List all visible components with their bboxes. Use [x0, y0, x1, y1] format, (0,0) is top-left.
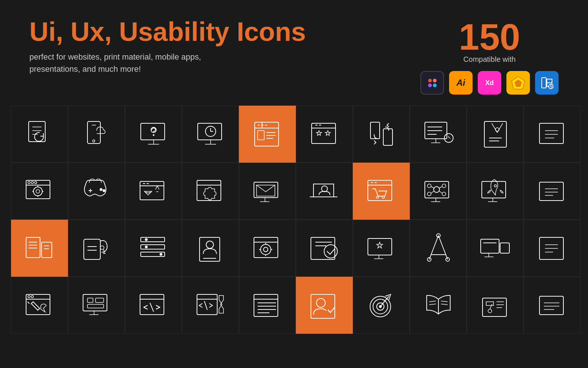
figma-icon [420, 71, 444, 95]
svg-rect-150 [96, 298, 104, 302]
header-left: Ui, Ux, Usability Icons perfect for webs… [29, 18, 306, 75]
icon-phone-swap [353, 106, 410, 163]
compatible-label: Compatible with [420, 55, 559, 64]
svg-point-177 [488, 309, 492, 313]
svg-rect-96 [26, 237, 40, 258]
icons-grid [0, 106, 588, 334]
svg-line-154 [150, 303, 154, 312]
svg-rect-47 [539, 123, 563, 144]
svg-marker-128 [377, 242, 383, 248]
icon-content-editor [239, 106, 296, 163]
svg-rect-178 [539, 296, 563, 315]
icon-map-location [467, 277, 524, 334]
svg-point-111 [160, 253, 162, 255]
page-title: Ui, Ux, Usability Icons [29, 18, 306, 45]
svg-rect-95 [539, 182, 563, 201]
svg-point-109 [145, 238, 147, 241]
icon-monitor-email [239, 163, 296, 220]
svg-rect-149 [87, 298, 93, 302]
svg-rect-34 [370, 122, 380, 139]
svg-point-103 [100, 246, 104, 250]
svg-point-113 [206, 241, 214, 248]
icon-monitor-help [125, 106, 182, 163]
icon-browser-tools [11, 277, 68, 334]
adobexd-icon: Xd [478, 71, 501, 95]
icon-open-book [410, 277, 467, 334]
icon-gamepad [68, 163, 125, 220]
svg-rect-106 [141, 237, 165, 242]
svg-rect-164 [311, 294, 335, 318]
svg-point-85 [427, 192, 431, 196]
svg-rect-146 [83, 294, 107, 311]
svg-point-86 [442, 192, 446, 196]
svg-point-72 [322, 186, 327, 192]
svg-point-124 [324, 245, 337, 258]
illustrator-icon: Ai [449, 71, 473, 95]
svg-rect-2 [542, 78, 546, 88]
icon-content-list [239, 277, 296, 334]
svg-point-83 [427, 184, 431, 188]
svg-point-84 [442, 184, 446, 188]
svg-point-53 [33, 187, 42, 196]
svg-rect-107 [141, 245, 165, 249]
icon-settings-gear [239, 220, 296, 277]
icon-placeholder-r2 [524, 163, 581, 220]
svg-rect-91 [482, 181, 506, 198]
svg-line-172 [429, 301, 436, 302]
blueapp-icon [535, 71, 559, 95]
icon-laptop-user [296, 163, 353, 220]
icon-design-balance [296, 220, 353, 277]
svg-rect-73 [368, 180, 392, 201]
svg-rect-28 [312, 123, 336, 144]
svg-point-62 [103, 190, 105, 192]
icon-browser-music-email [125, 163, 182, 220]
icon-user-verification [296, 277, 353, 334]
svg-point-6 [93, 140, 95, 142]
svg-rect-5 [87, 121, 100, 144]
icon-settings-stack [125, 220, 182, 277]
icon-code-hourglass [182, 277, 239, 334]
page-subtitle: perfect for websites, print material, mo… [29, 51, 306, 75]
svg-line-129 [429, 236, 438, 259]
icon-monitor-rocket [467, 163, 524, 220]
svg-point-117 [261, 244, 271, 255]
svg-point-52 [35, 181, 37, 184]
header: Ui, Ux, Usability Icons perfect for webs… [0, 0, 588, 106]
icon-code-editor [125, 277, 182, 334]
icon-target-goal [353, 277, 410, 334]
svg-line-157 [204, 301, 207, 310]
svg-line-175 [441, 304, 448, 305]
header-right: 150 Compatible with Ai Xd [420, 18, 559, 95]
svg-rect-21 [258, 131, 264, 140]
svg-rect-43 [484, 121, 506, 147]
svg-rect-176 [483, 298, 506, 316]
icon-user-profile [182, 220, 239, 277]
svg-point-46 [495, 128, 499, 131]
icon-placeholder-r4 [524, 277, 581, 334]
svg-rect-7 [141, 123, 165, 140]
svg-line-174 [441, 301, 448, 302]
icon-book-key [68, 220, 125, 277]
icon-monitor-text-settings [410, 106, 467, 163]
icon-monitor-settings [68, 277, 125, 334]
icon-design-compass [410, 220, 467, 277]
svg-line-145 [28, 302, 29, 304]
icon-star-rating [296, 106, 353, 163]
svg-marker-33 [325, 131, 330, 135]
svg-point-144 [31, 296, 33, 298]
icon-ecommerce-cart [353, 163, 410, 220]
svg-point-165 [316, 298, 325, 307]
svg-rect-63 [140, 181, 164, 200]
svg-point-42 [444, 134, 453, 142]
icon-placeholder-r3 [524, 220, 581, 277]
icon-monitor-network [410, 163, 467, 220]
svg-rect-35 [383, 129, 392, 145]
svg-rect-67 [197, 180, 221, 201]
svg-line-173 [429, 304, 436, 305]
svg-point-82 [434, 187, 440, 192]
svg-rect-152 [140, 294, 164, 315]
svg-line-88 [439, 187, 442, 188]
svg-marker-32 [316, 131, 322, 135]
svg-line-130 [438, 236, 448, 259]
svg-line-89 [431, 191, 434, 193]
